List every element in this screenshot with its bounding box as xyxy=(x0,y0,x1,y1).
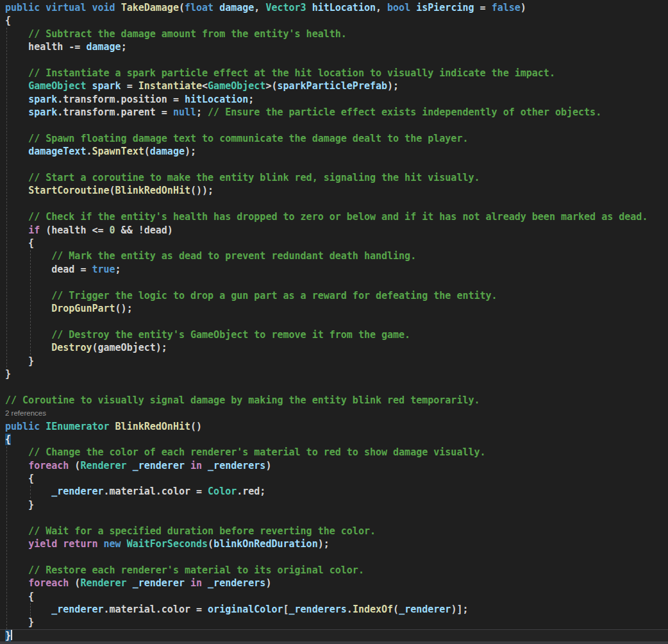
code-token: GameObject xyxy=(208,80,265,92)
code-editor[interactable]: public virtual void TakeDamage(float dam… xyxy=(0,0,668,644)
code-line[interactable]: } xyxy=(5,368,668,380)
code-line[interactable]: health -= damage; xyxy=(5,40,668,53)
code-line[interactable]: spark.transform.position = hitLocation; xyxy=(5,93,668,106)
code-line[interactable]: GameObject spark = Instantiate<GameObjec… xyxy=(5,80,668,92)
code-line[interactable]: public IEnumerator BlinkRedOnHit() xyxy=(5,420,668,433)
code-token: true xyxy=(92,264,115,275)
code-line[interactable]: { xyxy=(5,472,668,485)
code-token: _renderer xyxy=(51,486,103,497)
code-token: () xyxy=(190,421,202,432)
code-token: public xyxy=(5,421,46,432)
code-line[interactable]: foreach (Renderer _renderer in _renderer… xyxy=(5,459,668,472)
code-token: ( xyxy=(179,2,185,13)
code-line[interactable]: // Spawn floating damage text to communi… xyxy=(5,132,668,145)
code-token: // Start a coroutine to make the entity … xyxy=(5,172,480,183)
code-line[interactable] xyxy=(5,511,668,524)
code-line[interactable]: } xyxy=(5,498,668,511)
code-line[interactable] xyxy=(5,119,668,132)
code-line[interactable]: { xyxy=(5,590,668,603)
code-token: WaitForSeconds xyxy=(127,538,208,550)
code-token: ( xyxy=(393,604,399,615)
code-line[interactable]: } xyxy=(0,629,668,642)
code-line[interactable]: damageText.SpawnText(damage); xyxy=(5,145,668,158)
code-token: (); xyxy=(115,303,133,314)
code-token: // Mark the entity as dead to prevent re… xyxy=(5,250,416,262)
code-line[interactable]: public virtual void TakeDamage(float dam… xyxy=(5,1,668,14)
code-line[interactable]: // Change the color of each renderer's m… xyxy=(5,446,668,459)
code-token: ); xyxy=(185,146,196,157)
code-token: , xyxy=(254,2,265,13)
code-token: // Coroutine to visually signal damage b… xyxy=(5,394,480,406)
code-token: // Instantiate a spark particle effect a… xyxy=(5,67,555,79)
code-token: ; xyxy=(121,41,127,53)
code-token: . xyxy=(347,604,353,615)
code-token: .material.color = xyxy=(104,604,208,615)
code-line[interactable]: // Start a coroutine to make the entity … xyxy=(5,171,668,184)
code-token: null xyxy=(173,106,196,118)
code-token: } xyxy=(5,616,34,628)
code-line[interactable] xyxy=(5,198,668,210)
code-line[interactable]: // Trigger the logic to drop a gun part … xyxy=(5,289,668,302)
code-line[interactable]: { xyxy=(5,433,668,446)
code-token: isPiercing xyxy=(416,2,474,13)
code-line[interactable] xyxy=(5,54,668,67)
code-line[interactable]: // Restore each renderer's material to i… xyxy=(5,564,668,577)
code-token xyxy=(5,225,28,236)
code-token: = xyxy=(121,80,138,92)
code-token xyxy=(5,94,28,105)
code-line[interactable]: { xyxy=(5,237,668,250)
code-token xyxy=(127,577,133,589)
code-token: , xyxy=(376,2,387,13)
code-line[interactable]: _renderer.material.color = originalColor… xyxy=(5,603,668,616)
code-token: // Spawn floating damage text to communi… xyxy=(5,133,468,144)
code-token: _renderers xyxy=(208,577,265,589)
code-line[interactable]: // Mark the entity as dead to prevent re… xyxy=(5,250,668,262)
codelens-references[interactable]: 2 references xyxy=(5,409,46,417)
code-line[interactable]: Destroy(gameObject); xyxy=(5,341,668,354)
code-line[interactable]: // Subtract the damage amount from the e… xyxy=(5,28,668,40)
code-token xyxy=(121,538,127,550)
code-token: (gameObject); xyxy=(92,342,167,353)
code-line[interactable]: yield return new WaitForSeconds(blinkOnR… xyxy=(5,538,668,550)
code-token: BlinkRedOnHit xyxy=(115,421,190,432)
code-token xyxy=(5,538,28,550)
code-line[interactable] xyxy=(5,276,668,289)
code-token: .transform.position = xyxy=(57,94,185,105)
code-token: BlinkRedOnHit xyxy=(115,185,190,196)
code-line[interactable]: dead = true; xyxy=(5,263,668,276)
code-line[interactable]: DropGunPart(); xyxy=(5,302,668,315)
code-token xyxy=(5,577,28,589)
code-line[interactable]: _renderer.material.color = Color.red; xyxy=(5,485,668,498)
code-token: foreach xyxy=(28,460,69,471)
code-token: blinkOnRedDuration xyxy=(213,538,318,550)
code-line[interactable]: // Wait for a specified duration before … xyxy=(5,525,668,538)
code-line[interactable]: { xyxy=(5,14,668,27)
code-token: .red; xyxy=(237,486,265,497)
code-line[interactable] xyxy=(5,380,668,393)
code-line[interactable]: // Instantiate a spark particle effect a… xyxy=(5,67,668,80)
code-line[interactable] xyxy=(5,550,668,563)
code-token xyxy=(110,421,115,432)
code-token: Color xyxy=(208,486,237,497)
code-line[interactable]: spark.transform.parent = null; // Ensure… xyxy=(5,106,668,119)
code-line[interactable]: foreach (Renderer _renderer in _renderer… xyxy=(5,577,668,589)
code-token: 0 xyxy=(110,225,115,236)
code-line[interactable]: } xyxy=(5,355,668,368)
code-token: Instantiate xyxy=(138,80,202,92)
code-token: Renderer xyxy=(80,460,126,471)
code-line[interactable] xyxy=(5,315,668,328)
code-line[interactable]: StartCoroutine(BlinkRedOnHit()); xyxy=(5,184,668,197)
code-token xyxy=(5,604,51,615)
code-token: _renderer xyxy=(133,460,185,471)
code-line[interactable]: // Coroutine to visually signal damage b… xyxy=(5,394,668,407)
code-token: .transform.parent = xyxy=(57,106,173,118)
code-token: < xyxy=(202,80,208,92)
code-line[interactable]: if (health <= 0 && !dead) xyxy=(5,224,668,237)
code-line[interactable]: } xyxy=(5,616,668,629)
code-token: ( xyxy=(110,185,115,196)
code-token: dead = xyxy=(5,264,92,275)
code-token: ( xyxy=(69,460,80,471)
code-line[interactable]: // Destroy the entity's GameObject to re… xyxy=(5,328,668,341)
code-line[interactable]: // Check if the entity's health has drop… xyxy=(5,210,668,223)
code-line[interactable] xyxy=(5,158,668,171)
